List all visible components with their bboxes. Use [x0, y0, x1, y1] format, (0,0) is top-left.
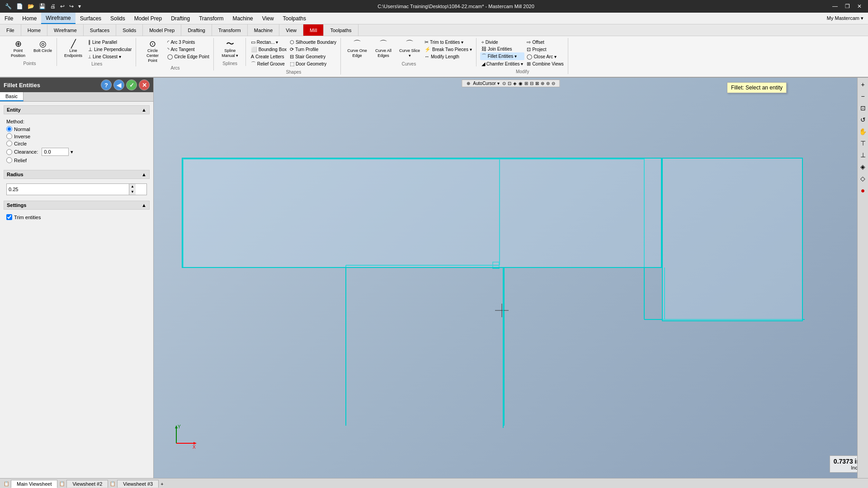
- turn-profile-button[interactable]: ⟳ Turn Profile: [288, 46, 338, 53]
- menu-model-prep[interactable]: Model Prep: [130, 13, 166, 24]
- my-mastercam-link[interactable]: My Mastercam ▾: [822, 14, 868, 23]
- fillet-entities-button[interactable]: ⌒ Fillet Entities ▾: [480, 52, 525, 60]
- cancel-button[interactable]: ✕: [139, 80, 150, 90]
- maximize-button[interactable]: ❐: [842, 2, 853, 10]
- ribbon-tab-home[interactable]: Home: [21, 24, 47, 36]
- silhouette-boundary-button[interactable]: ⬡ Silhouette Boundary: [288, 39, 338, 46]
- open-icon[interactable]: 📂: [26, 2, 36, 10]
- rectangle-button[interactable]: ▭ Rectan... ▾: [250, 39, 288, 46]
- relief-groove-button[interactable]: ⌒ Relief Groove: [250, 60, 288, 68]
- circle-center-point-button[interactable]: ⊙ Circle Center Point: [140, 39, 165, 64]
- line-perpendicular-button[interactable]: ⊥ Line Perpendicular: [87, 46, 133, 53]
- undo-icon[interactable]: ↩: [59, 2, 66, 10]
- zoom-out-button[interactable]: −: [859, 91, 866, 101]
- line-endpoints-button[interactable]: ╱ Line Endpoints: [61, 39, 86, 59]
- clearance-input[interactable]: [42, 148, 69, 156]
- ribbon-tab-surfaces[interactable]: Surfaces: [84, 24, 116, 36]
- trim-entities-checkbox[interactable]: [6, 214, 12, 220]
- print-icon[interactable]: 🖨: [49, 2, 57, 10]
- perspective-button[interactable]: ◈: [859, 162, 867, 172]
- point-position-button[interactable]: ⊕ Point Position: [5, 39, 31, 59]
- close-arc-button[interactable]: ◯ Close Arc ▾: [525, 53, 565, 60]
- menu-machine[interactable]: Machine: [228, 13, 257, 24]
- join-entities-button[interactable]: ⛓ Join Entities: [480, 46, 525, 52]
- fit-view-button[interactable]: ⊡: [859, 103, 867, 113]
- ribbon-tab-toolpaths[interactable]: Toolpaths: [324, 24, 358, 36]
- ribbon-tab-mill[interactable]: Mill: [303, 24, 324, 36]
- combine-views-button[interactable]: ⊞ Combine Views: [525, 61, 565, 67]
- more-icon[interactable]: ▾: [77, 2, 82, 10]
- circle-edge-point-button[interactable]: ◯ Circle Edge Point: [166, 53, 210, 60]
- redo-icon[interactable]: ↪: [68, 2, 75, 10]
- break-two-pieces-button[interactable]: ⚡ Break Two Pieces ▾: [423, 46, 473, 53]
- trim-to-entities-button[interactable]: ✂ Trim to Entities ▾: [423, 39, 473, 46]
- view-top-button[interactable]: ⊤: [859, 138, 867, 148]
- curve-one-edge-button[interactable]: ⌒ Curve One Edge: [344, 39, 370, 59]
- method-normal-option[interactable]: Normal: [6, 126, 147, 132]
- ok-button[interactable]: ✓: [126, 80, 137, 90]
- viewsheet-2[interactable]: Viewsheet #2: [66, 480, 108, 488]
- line-closest-button[interactable]: ⟂ Line Closest ▾: [87, 53, 133, 60]
- method-circle-radio[interactable]: [6, 141, 12, 146]
- divide-button[interactable]: ÷ Divide: [480, 39, 525, 45]
- method-clearance-radio[interactable]: [6, 149, 12, 155]
- save-icon[interactable]: 💾: [38, 2, 47, 10]
- viewsheet-main[interactable]: Main Viewsheet: [11, 480, 57, 488]
- ribbon-tab-transform[interactable]: Transform: [212, 24, 248, 36]
- rotate-button[interactable]: ↺: [859, 115, 867, 125]
- view-front-button[interactable]: ⊥: [859, 150, 867, 160]
- modify-length-button[interactable]: ↔ Modify Length: [423, 53, 473, 60]
- radius-value-input[interactable]: [7, 185, 129, 193]
- method-normal-radio[interactable]: [6, 126, 12, 132]
- ribbon-tab-drafting[interactable]: Drafting: [181, 24, 212, 36]
- ribbon-tab-solids[interactable]: Solids: [116, 24, 143, 36]
- menu-wireframe[interactable]: Wireframe: [41, 13, 75, 24]
- spline-manual-button[interactable]: 〜 Spline Manual ▾: [217, 39, 243, 59]
- door-geometry-button[interactable]: ⬚ Door Geometry: [288, 61, 338, 67]
- line-parallel-button[interactable]: ∥ Line Parallel: [87, 39, 133, 46]
- ribbon-tab-model-prep[interactable]: Model Prep: [143, 24, 181, 36]
- method-relief-option[interactable]: Relief: [6, 157, 147, 163]
- viewsheet-3[interactable]: Viewsheet #3: [117, 480, 159, 488]
- back-button[interactable]: ◀: [113, 80, 124, 90]
- entity-section-header[interactable]: Entity ▲: [4, 105, 150, 114]
- arc-3-points-button[interactable]: ◜ Arc 3 Points: [166, 39, 210, 46]
- view-iso-button[interactable]: ◇: [859, 174, 867, 183]
- help-button[interactable]: ?: [101, 80, 112, 90]
- chamfer-entities-button[interactable]: ◢ Chamfer Entities ▾: [480, 61, 525, 67]
- radius-increment-button[interactable]: ▲: [129, 184, 136, 189]
- menu-surfaces[interactable]: Surfaces: [75, 13, 106, 24]
- menu-solids[interactable]: Solids: [106, 13, 130, 24]
- method-inverse-option[interactable]: Inverse: [6, 133, 147, 139]
- pan-button[interactable]: ✋: [858, 127, 868, 136]
- curve-slice-button[interactable]: ⌒ Curve Slice ▾: [397, 39, 422, 59]
- zoom-in-button[interactable]: +: [859, 80, 866, 89]
- curve-all-edges-button[interactable]: ⌒ Curve All Edges: [371, 39, 396, 59]
- bounding-box-button[interactable]: ⬜ Bounding Box: [250, 46, 288, 53]
- new-icon[interactable]: 📄: [15, 2, 24, 10]
- radius-input-wrapper[interactable]: ▲ ▼: [6, 183, 147, 195]
- method-clearance-option[interactable]: Clearance: ▾: [6, 148, 147, 156]
- panel-tab-basic[interactable]: Basic: [0, 92, 24, 101]
- minimize-button[interactable]: —: [830, 2, 840, 10]
- method-circle-option[interactable]: Circle: [6, 141, 147, 146]
- stair-geometry-button[interactable]: ⊟ Stair Geometry: [288, 53, 338, 60]
- arc-tangent-button[interactable]: ◝ Arc Tangent: [166, 46, 210, 53]
- settings-section-header[interactable]: Settings ▲: [4, 201, 150, 210]
- titlebar-left-icons[interactable]: 🔧 📄 📂 💾 🖨 ↩ ↪ ▾: [4, 2, 82, 10]
- ribbon-tab-view[interactable]: View: [279, 24, 303, 36]
- radius-spinner[interactable]: ▲ ▼: [129, 184, 136, 195]
- method-inverse-radio[interactable]: [6, 133, 12, 139]
- window-controls[interactable]: — ❐ ✕: [830, 2, 864, 10]
- add-viewsheet-button[interactable]: +: [159, 481, 165, 487]
- ribbon-tab-file[interactable]: File: [0, 24, 21, 36]
- viewport[interactable]: ⊕ AutoCursor ▾ ⊙ ⊡ ◈ ◉ ⊞ ⊟ ⊠ ⊛ ⊜ ⊝ Fille…: [154, 78, 868, 478]
- method-relief-radio[interactable]: [6, 157, 12, 163]
- ribbon-tab-wireframe[interactable]: Wireframe: [47, 24, 84, 36]
- menu-transform[interactable]: Transform: [194, 13, 228, 24]
- bolt-circle-button[interactable]: ◎ Bolt Circle: [32, 39, 54, 54]
- close-button[interactable]: ✕: [854, 2, 864, 10]
- menu-home[interactable]: Home: [18, 13, 41, 24]
- offset-button[interactable]: ⇨ Offset: [525, 39, 565, 46]
- ribbon-tab-machine[interactable]: Machine: [248, 24, 280, 36]
